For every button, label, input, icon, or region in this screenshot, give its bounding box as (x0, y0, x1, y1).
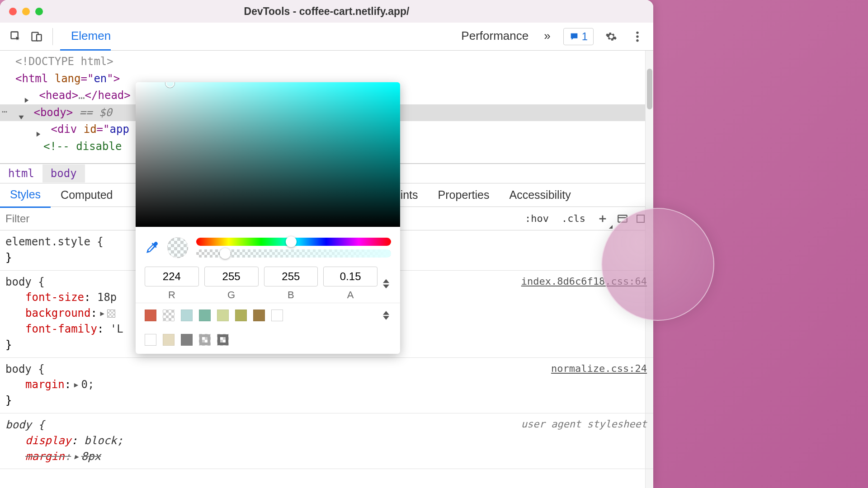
issues-badge[interactable]: 1 (563, 28, 594, 45)
breadcrumb-body[interactable]: body (42, 164, 85, 183)
palette-swatch[interactable] (163, 334, 175, 346)
chat-icon (569, 32, 579, 42)
color-mode-switch[interactable] (383, 279, 391, 289)
a-input[interactable] (323, 267, 377, 286)
separator (52, 28, 53, 45)
r-input[interactable] (145, 267, 199, 286)
palette-swatch[interactable] (217, 310, 229, 321)
current-color-swatch (167, 237, 188, 258)
palette-swatch[interactable] (217, 334, 229, 346)
svg-point-5 (636, 39, 638, 41)
palette-swatch[interactable] (145, 334, 156, 346)
chevron-down-icon (383, 284, 389, 289)
device-toolbar-icon[interactable] (28, 28, 45, 45)
saturation-value-field[interactable] (136, 82, 400, 227)
palette-swatch[interactable] (199, 334, 211, 346)
more-options-button[interactable] (629, 28, 646, 45)
toggle-cls-button[interactable]: .cls (557, 211, 590, 226)
eyedropper-icon (145, 240, 159, 255)
palette-mode-switch[interactable] (383, 311, 391, 320)
svg-point-3 (636, 31, 638, 33)
palette-swatch[interactable] (253, 310, 265, 321)
kebab-icon (636, 31, 639, 42)
svg-point-4 (636, 35, 638, 38)
palette-swatch[interactable] (181, 334, 193, 346)
hue-slider[interactable] (196, 238, 391, 246)
tabs-overflow-button[interactable]: » (539, 23, 555, 51)
palette-swatch[interactable] (199, 310, 211, 321)
close-window-button[interactable] (9, 8, 17, 15)
b-input[interactable] (264, 267, 318, 286)
color-swatch[interactable] (107, 310, 115, 318)
g-label: G (204, 289, 259, 301)
palette-swatch[interactable] (271, 310, 283, 321)
panel-tabs: Elemen Performance » (60, 23, 555, 51)
main-toolbar: Elemen Performance » 1 (0, 23, 653, 51)
color-palette (136, 303, 400, 354)
r-label: R (145, 289, 199, 301)
tab-properties[interactable]: Properties (428, 183, 500, 207)
tab-accessibility[interactable]: Accessibility (500, 183, 581, 207)
palette-swatch[interactable] (235, 310, 247, 321)
computed-sidebar-toggle[interactable] (615, 211, 630, 226)
color-picker-popup: R G B A (136, 82, 400, 354)
svg-rect-7 (637, 215, 644, 222)
chevron-up-icon (383, 279, 389, 283)
sv-cursor[interactable] (165, 82, 175, 88)
maximize-window-button[interactable] (35, 8, 43, 15)
source-link[interactable]: normalize.css:24 (551, 361, 647, 376)
a-label: A (323, 289, 377, 301)
palette-swatch[interactable] (163, 310, 175, 321)
hue-thumb[interactable] (286, 236, 297, 247)
alpha-slider[interactable] (196, 249, 391, 258)
chevron-down-icon (383, 316, 389, 320)
rule-body-ua[interactable]: user agent stylesheet body { display: bl… (0, 413, 653, 469)
svg-rect-2 (37, 34, 42, 41)
tab-computed[interactable]: Computed (51, 183, 123, 207)
collapse-triangle-icon[interactable] (18, 110, 24, 116)
palette-swatch[interactable] (181, 310, 193, 321)
dom-doctype: <!DOCTYPE html> (15, 55, 113, 68)
window-controls (9, 8, 43, 15)
expand-triangle-icon[interactable] (35, 127, 42, 133)
expand-shorthand-icon[interactable]: ▸ (73, 377, 79, 393)
window-title: DevTools - coffee-cart.netlify.app/ (0, 5, 653, 18)
issues-count: 1 (582, 30, 588, 43)
selected-indicator: ⋯ (2, 105, 7, 118)
rule-body-normalize[interactable]: normalize.css:24 body { margin:▸0; } (0, 358, 653, 413)
breadcrumb-html[interactable]: html (0, 164, 42, 183)
chevron-up-icon (383, 311, 389, 315)
tab-performance[interactable]: Performance (461, 23, 539, 51)
tab-elements[interactable]: Elemen (60, 23, 111, 51)
content: <!DOCTYPE html> <html lang="en"> <head>…… (0, 51, 653, 488)
titlebar: DevTools - coffee-cart.netlify.app/ (0, 0, 653, 23)
eyedropper-button[interactable] (145, 240, 159, 255)
devtools-window: DevTools - coffee-cart.netlify.app/ Elem… (0, 0, 653, 488)
source-ua-label: user agent stylesheet (521, 417, 647, 432)
inspect-element-icon[interactable] (7, 28, 24, 45)
b-label: B (264, 289, 318, 301)
source-link[interactable]: index.8d6c6f18.css:64 (521, 274, 647, 289)
gear-icon (605, 31, 617, 42)
svg-rect-6 (618, 215, 627, 222)
tab-styles[interactable]: Styles (0, 183, 51, 208)
palette-swatch[interactable] (145, 310, 156, 321)
expand-triangle-icon[interactable] (24, 93, 30, 99)
panel-icon (617, 213, 628, 225)
minimize-window-button[interactable] (22, 8, 30, 15)
toggle-hover-button[interactable]: :hov (520, 211, 553, 226)
alpha-thumb[interactable] (220, 248, 231, 259)
settings-button[interactable] (603, 28, 620, 45)
new-style-rule-button[interactable] (594, 210, 612, 228)
g-input[interactable] (204, 267, 259, 286)
plus-icon (598, 214, 608, 224)
expand-shorthand-icon[interactable]: ▸ (99, 305, 105, 321)
